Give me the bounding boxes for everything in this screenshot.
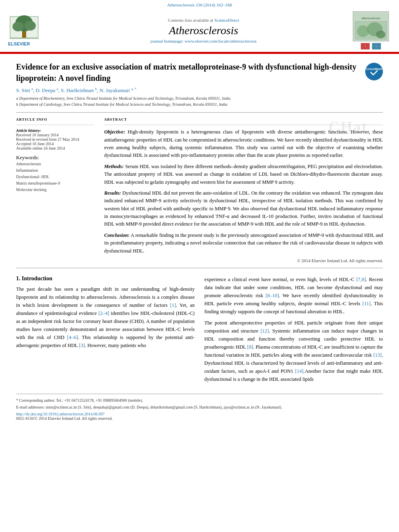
article-title-section: Evidence for an exclusive association of…	[16, 61, 383, 107]
history-label: Article history:	[16, 128, 95, 133]
social-icon-1: f	[361, 43, 370, 49]
page: Atherosclerosis 236 (2014) 162–168 ELSEV…	[0, 0, 399, 431]
abstract-results: Results: Dysfunctional HDL did not preve…	[104, 189, 383, 228]
article-title-text: Evidence for an exclusive association of…	[16, 61, 360, 107]
ref-8-10[interactable]: [8–10]	[265, 293, 279, 298]
header-red-line	[0, 52, 399, 53]
author-sini: S. Sini a	[16, 87, 33, 93]
social-icon-2: t	[372, 43, 381, 49]
ref-14[interactable]: [14]	[295, 368, 304, 374]
header-content: ELSEVIER Contents lists available at Sci…	[0, 9, 399, 52]
received-date: Received 10 January 2014	[16, 133, 95, 137]
crossmark-icon: CrossMark	[365, 63, 383, 80]
article-info-label: ARTICLE INFO	[16, 117, 95, 121]
keyword-inflammation: Inflammation	[16, 167, 95, 174]
affiliation-marker-a1: a	[31, 87, 33, 91]
ref-4-6[interactable]: [4–6]	[67, 335, 78, 340]
ref-1[interactable]: [1]	[170, 302, 176, 308]
author-harikrishnan: S. Harikrishnan b	[61, 87, 97, 93]
methods-text: Serum HDL was isolated by three differen…	[104, 164, 383, 185]
contents-available-line: Contents lists available at ScienceDirec…	[56, 18, 351, 23]
results-label: Results:	[104, 190, 121, 196]
article-history: Article history: Received 10 January 201…	[16, 128, 95, 150]
info-top-divider	[16, 125, 95, 125]
elsevier-brand-text: ELSEVIER	[8, 41, 30, 46]
journal-header: Atherosclerosis 236 (2014) 162–168 ELSEV…	[0, 0, 399, 54]
svg-point-11	[376, 31, 385, 39]
svg-point-3	[12, 22, 24, 31]
elsevier-logo: ELSEVIER	[8, 14, 56, 46]
journal-thumbnail: atherosclerosis f t	[351, 11, 391, 49]
ref-7-8[interactable]: [7,8]	[356, 277, 366, 282]
affiliation-b: b Department of Cardiology, Sree Chitra …	[16, 101, 360, 107]
abstract-label: ABSTRACT	[104, 117, 383, 121]
keyword-molecular-docking: Molecular docking	[16, 187, 95, 193]
keywords-section: Keywords: Atherosclerosis Inflammation D…	[16, 154, 95, 193]
revised-date: Received in revised form 27 May 2014	[16, 137, 95, 142]
affiliations: a Department of Biochemistry, Sree Chitr…	[16, 95, 360, 107]
objective-text: High-density lipoprotein is a heterogene…	[104, 129, 383, 158]
ref-8b[interactable]: [8]	[247, 344, 253, 350]
intro-para3: The potent atheroprotective properties o…	[204, 319, 383, 383]
abstract-methods: Methods: Serum HDL was isolated by three…	[104, 163, 383, 186]
email-note: E-mail addresses: sinis@sctimst.ac.in (S…	[16, 404, 383, 410]
abstract-top-divider	[104, 125, 383, 125]
author-jayakumari: N. Jayakumari a, *	[99, 87, 136, 93]
doi-link[interactable]: http://dx.doi.org/10.1016/j.atherosclero…	[16, 412, 383, 416]
svg-text:atherosclerosis: atherosclerosis	[361, 16, 380, 20]
intro-para1: The past decade has seen a paradigm shif…	[16, 285, 195, 349]
article-authors: S. Sini a, D. Deepa a, S. Harikrishnan b…	[16, 87, 360, 94]
keyword-mmp9: Matrix metalloproteinase-9	[16, 180, 95, 187]
article-footer: * Corresponding author. Tel.: +91 047125…	[16, 394, 383, 423]
abstract-body-divider	[16, 268, 383, 268]
info-abstract-columns: ARTICLE INFO Article history: Received 1…	[16, 117, 383, 263]
body-two-col: 1. Introduction The past decade has seen…	[16, 275, 383, 386]
ref-2-4[interactable]: [2–4]	[99, 310, 109, 316]
article-title: Evidence for an exclusive association of…	[16, 61, 360, 84]
accepted-date: Accepted 16 June 2014	[16, 142, 95, 146]
journal-cover-image: atherosclerosis	[353, 11, 389, 41]
body-col-right: experience a clinical event have normal,…	[204, 275, 383, 386]
article-content: Evidence for an exclusive association of…	[0, 54, 399, 431]
available-date: Available online 24 June 2014	[16, 146, 95, 150]
keyword-atherosclerosis: Atherosclerosis	[16, 161, 95, 167]
methods-label: Methods:	[104, 164, 124, 169]
crossmark-badge: CrossMark	[365, 63, 383, 80]
svg-rect-1	[22, 31, 26, 38]
intro-para2: experience a clinical event have normal,…	[204, 275, 383, 316]
ref-12[interactable]: [12]	[261, 328, 269, 334]
journal-citation: Atherosclerosis 236 (2014) 162–168	[0, 2, 399, 7]
thumb-icons-row: f t	[361, 43, 381, 49]
keywords-label: Keywords:	[16, 154, 95, 161]
author-deepa: D. Deepa a	[35, 87, 58, 93]
svg-point-4	[25, 21, 36, 31]
affiliation-a: a Department of Biochemistry, Sree Chitr…	[16, 95, 360, 101]
conclusion-label: Conclusion:	[104, 232, 130, 238]
copyright-line: © 2014 Elsevier Ireland Ltd. All rights …	[104, 258, 383, 263]
objective-label: Objective:	[104, 129, 125, 135]
ref-3[interactable]: [3]	[79, 343, 85, 348]
abstract-objective: Objective: High-density lipoprotein is a…	[104, 128, 383, 160]
body-section: 1. Introduction The past decade has seen…	[16, 275, 383, 386]
conclusion-text: A remarkable finding in the present stud…	[104, 232, 383, 254]
article-info-column: ARTICLE INFO Article history: Received 1…	[16, 117, 95, 263]
ref-11[interactable]: [11]	[362, 301, 370, 306]
affiliation-marker-a2: a	[57, 87, 58, 91]
svg-text:CrossMark: CrossMark	[366, 67, 382, 71]
elsevier-tree-icon	[8, 14, 40, 41]
results-text: Dysfunctional HDL did not prevent the au…	[104, 190, 383, 227]
journal-center: Contents lists available at ScienceDirec…	[56, 18, 351, 43]
sciencedirect-link[interactable]: ScienceDirect	[214, 18, 239, 23]
svg-point-9	[357, 25, 369, 37]
affiliation-marker-a3: a, *	[131, 87, 136, 91]
affiliation-marker-b: b	[95, 87, 97, 91]
keyword-dysfunctional-hdl: Dysfunctional- HDL	[16, 174, 95, 180]
body-col-left: 1. Introduction The past decade has seen…	[16, 275, 195, 386]
journal-title: Atherosclerosis	[56, 24, 351, 37]
corresponding-author-note: * Corresponding author. Tel.: +91 047125…	[16, 397, 383, 403]
issn-line: 0021-9150/© 2014 Elsevier Ireland Ltd. A…	[16, 416, 383, 421]
ref-13[interactable]: [13]	[373, 352, 382, 358]
intro-heading: 1. Introduction	[16, 275, 195, 282]
title-divider	[16, 112, 383, 113]
journal-homepage: journal homepage: www.elsevier.com/locat…	[56, 39, 351, 43]
